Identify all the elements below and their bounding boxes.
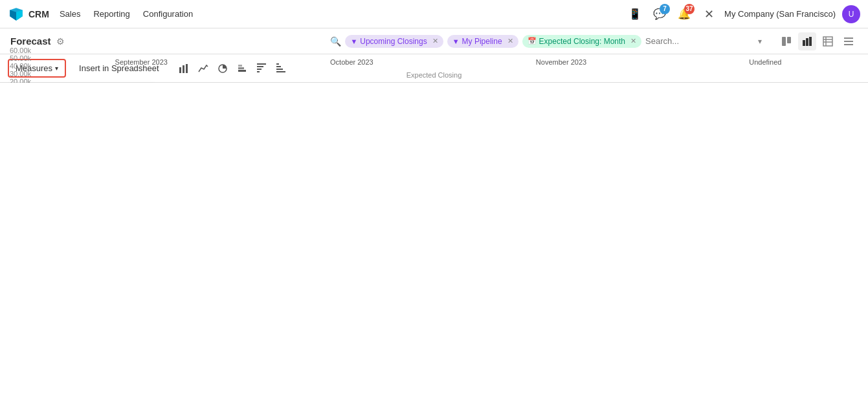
svg-rect-22	[257, 71, 260, 72]
bar-chart-view-btn[interactable]	[798, 32, 816, 50]
svg-rect-29	[276, 71, 285, 72]
y-label-5: 50.00k	[3, 54, 31, 62]
svg-rect-20	[238, 67, 244, 69]
nav-configuration[interactable]: Configuration	[143, 9, 193, 19]
pivot-view-btn[interactable]	[819, 32, 837, 50]
svg-rect-6	[806, 38, 808, 46]
crm-logo-icon	[8, 6, 25, 23]
svg-rect-12	[844, 38, 853, 39]
top-navigation: CRM Sales Reporting Configuration 📱 💬7 🔔…	[0, 0, 868, 28]
search-bar: 🔍 ▼ Upcoming Closings ✕ ▼ My Pipeline ✕ …	[330, 35, 762, 48]
settings-gear-icon[interactable]: ⚙	[56, 36, 65, 47]
messages-icon-btn[interactable]: 💬7	[651, 5, 669, 23]
app-name: CRM	[28, 9, 49, 19]
y-label-6: 60.00k	[3, 47, 31, 54]
y-label-2: 20.00k	[3, 78, 31, 83]
close-icon-btn[interactable]: ✕	[700, 5, 718, 23]
phone-icon-btn[interactable]: 📱	[626, 5, 644, 23]
filter-expected-closing-remove[interactable]: ✕	[630, 37, 636, 45]
svg-rect-8	[823, 37, 832, 46]
search-dropdown-icon[interactable]: ▾	[758, 37, 762, 46]
svg-rect-14	[844, 44, 853, 45]
svg-rect-19	[238, 70, 246, 72]
filter-upcoming-closings-label: Upcoming Closings	[360, 37, 427, 46]
app-logo[interactable]: CRM	[8, 6, 49, 23]
nav-items: Sales Reporting Configuration	[60, 9, 193, 19]
filter-my-pipeline[interactable]: ▼ My Pipeline ✕	[447, 35, 518, 48]
svg-rect-3	[782, 37, 786, 46]
x-axis-title: Expected Closing	[406, 71, 462, 79]
top-nav-right: 📱 💬7 🔔37 ✕ My Company (San Francisco) U	[626, 5, 860, 23]
svg-rect-16	[183, 65, 184, 73]
filter-funnel2-icon: ▼	[452, 38, 460, 45]
filter-upcoming-closings-remove[interactable]: ✕	[432, 37, 438, 45]
x-label-nov2023: November 2023	[536, 58, 586, 66]
search-input[interactable]	[645, 36, 754, 46]
x-label-undefined: Undefined	[749, 58, 781, 66]
filter-calendar-icon: 📅	[528, 37, 537, 45]
notifications-icon-btn[interactable]: 🔔37	[675, 5, 693, 23]
y-label-3: 30.00k	[3, 70, 31, 78]
filter-my-pipeline-remove[interactable]: ✕	[507, 37, 513, 45]
filter-expected-closing[interactable]: 📅 Expected Closing: Month ✕	[522, 35, 641, 48]
view-toggles	[777, 32, 858, 50]
nav-sales[interactable]: Sales	[60, 9, 81, 19]
x-axis-title-text: Expected Closing	[406, 71, 462, 79]
filter-upcoming-closings[interactable]: ▼ Upcoming Closings ✕	[345, 35, 443, 48]
company-name[interactable]: My Company (San Francisco)	[724, 9, 836, 19]
svg-rect-28	[276, 69, 283, 70]
svg-rect-4	[787, 37, 791, 43]
svg-rect-23	[257, 69, 262, 70]
list-view-btn[interactable]	[840, 32, 858, 50]
x-label-sep2023: September 2023	[115, 58, 168, 66]
notifications-badge: 37	[684, 4, 695, 14]
svg-rect-15	[179, 67, 181, 73]
nav-reporting[interactable]: Reporting	[93, 9, 129, 19]
page-title: Forecast	[10, 36, 51, 47]
messages-badge: 7	[660, 4, 670, 14]
page-header: Forecast ⚙ 🔍 ▼ Upcoming Closings ✕ ▼ My …	[0, 28, 868, 54]
filter-expected-closing-label: Expected Closing: Month	[539, 37, 625, 46]
user-avatar[interactable]: U	[842, 5, 860, 23]
x-label-oct2023: October 2023	[330, 58, 373, 66]
kanban-view-btn[interactable]	[777, 32, 796, 50]
filter-my-pipeline-label: My Pipeline	[462, 37, 502, 46]
y-label-4: 40.00k	[3, 62, 31, 70]
x-axis-labels: September 2023 October 2023 November 202…	[34, 58, 863, 66]
svg-rect-13	[844, 41, 853, 42]
search-icon[interactable]: 🔍	[330, 36, 341, 47]
svg-rect-7	[809, 37, 812, 46]
svg-rect-5	[803, 40, 805, 46]
filter-funnel-icon: ▼	[350, 38, 357, 45]
